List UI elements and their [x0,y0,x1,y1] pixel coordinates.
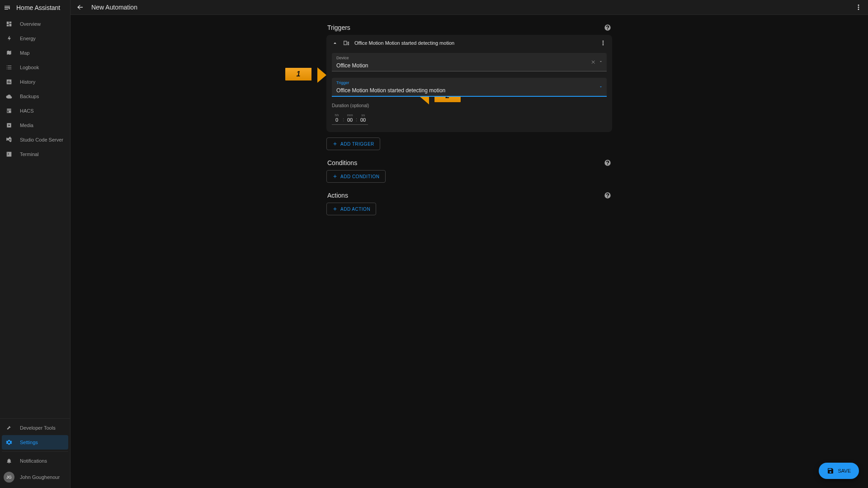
duration-hh[interactable] [332,117,342,123]
clear-icon[interactable] [590,59,596,65]
sidebar-item-overview[interactable]: Overview [2,17,68,31]
sidebar-bottom: Developer Tools Settings Notifications J… [0,418,70,488]
add-condition-label: Add Condition [340,174,380,179]
sidebar-item-label: Energy [20,36,36,41]
annotation-arrow-1: 1 [285,67,321,83]
sidebar-item-terminal[interactable]: Terminal [2,147,68,161]
hammer-icon [5,424,13,431]
help-icon[interactable] [604,159,611,166]
add-trigger-button[interactable]: Add Trigger [326,137,380,150]
sidebar-item-energy[interactable]: Energy [2,31,68,46]
play-box-icon [5,122,13,129]
sidebar-item-label: Studio Code Server [20,137,63,142]
store-icon [5,107,13,114]
section-header-triggers: Triggers [326,24,612,31]
add-trigger-label: Add Trigger [340,142,374,147]
gear-icon [5,439,13,446]
trigger-card: 1 2 Office Motion Motion started detecti… [326,35,612,132]
help-icon[interactable] [604,24,611,31]
sidebar-item-label: History [20,79,35,85]
duration-label: Duration (optional) [332,103,607,108]
sidebar-header: Home Assistant [0,0,70,15]
sidebar-item-label: Settings [20,440,38,445]
topbar: New Automation [71,0,868,15]
dashboard-icon [5,20,13,28]
hamburger-icon[interactable] [4,4,11,11]
section-header-conditions: Conditions [326,159,612,166]
avatar: JG [4,472,14,483]
sidebar-item-hacs[interactable]: HACS [2,104,68,118]
ss-label: ss [361,113,365,117]
sidebar-item-label: Backups [20,94,39,99]
sidebar-item-history[interactable]: History [2,75,68,89]
add-action-button[interactable]: Add Action [326,203,376,215]
field-label: Device [336,56,602,60]
trigger-field[interactable]: Trigger [332,78,607,97]
sidebar-item-notifications[interactable]: Notifications [2,454,68,468]
nav-main: Overview Energy Map Logbook History Back… [0,15,70,418]
dropdown-icon[interactable] [599,85,603,89]
sidebar-item-label: Media [20,123,33,128]
more-icon[interactable] [854,3,863,11]
field-label: Trigger [336,81,602,85]
card-title: Office Motion Motion started detecting m… [354,40,595,46]
sidebar-item-label: Notifications [20,458,47,464]
sidebar-item-devtools[interactable]: Developer Tools [2,421,68,435]
sidebar-item-label: HACS [20,108,34,114]
sidebar-item-backups[interactable]: Backups [2,89,68,104]
sidebar-item-media[interactable]: Media [2,118,68,133]
vscode-icon [5,136,13,143]
save-label: SAVE [838,468,851,474]
section-header-actions: Actions [326,192,612,199]
duration-row: hh : mm : ss [332,113,368,125]
sidebar-item-studio-code[interactable]: Studio Code Server [2,133,68,147]
main: New Automation Triggers 1 2 [71,0,868,488]
trigger-input[interactable] [336,87,602,94]
content: Triggers 1 2 Office Motion Motion starte… [71,15,868,488]
sidebar-item-settings[interactable]: Settings [2,435,68,450]
section-title: Triggers [327,24,350,31]
sidebar-item-label: Terminal [20,152,39,157]
app-title: Home Assistant [16,4,60,11]
hh-label: hh [335,113,339,117]
lightning-icon [5,35,13,42]
card-header: Office Motion Motion started detecting m… [326,35,612,51]
sidebar-item-logbook[interactable]: Logbook [2,60,68,75]
profile-name: John Goughenour [20,474,60,480]
device-field[interactable]: Device [332,53,607,71]
duration-mm[interactable] [345,117,355,123]
device-input[interactable] [336,62,602,69]
section-title: Conditions [327,159,357,166]
sidebar-item-label: Logbook [20,65,39,70]
map-icon [5,49,13,57]
dropdown-icon[interactable] [599,59,603,65]
bell-icon [5,457,13,464]
device-icon [343,39,350,47]
sidebar-item-label: Overview [20,21,41,27]
sidebar-item-map[interactable]: Map [2,46,68,60]
chevron-up-icon[interactable] [332,40,338,46]
chart-icon [5,78,13,85]
page-title: New Automation [91,4,847,11]
add-condition-button[interactable]: Add Condition [326,170,386,183]
mm-label: mm [347,113,353,117]
sidebar-item-label: Map [20,50,29,56]
sidebar-item-label: Developer Tools [20,425,56,431]
sidebar: Home Assistant Overview Energy Map Logbo… [0,0,71,488]
add-action-label: Add Action [340,207,370,212]
card-body: Device Trigger [326,51,612,132]
back-icon[interactable] [76,3,84,11]
terminal-icon [5,151,13,158]
card-more-icon[interactable] [599,39,607,47]
list-icon [5,64,13,71]
sidebar-item-profile[interactable]: JG John Goughenour [2,468,68,486]
save-button[interactable]: SAVE [819,463,859,479]
duration-ss[interactable] [358,117,368,123]
help-icon[interactable] [604,192,611,199]
section-title: Actions [327,192,348,199]
cloud-icon [5,93,13,100]
